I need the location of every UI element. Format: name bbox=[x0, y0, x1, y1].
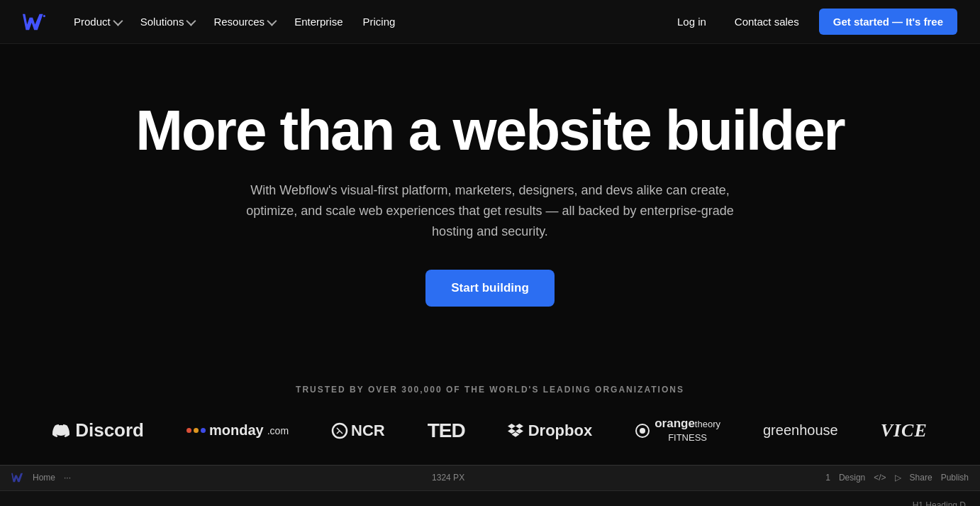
chevron-down-icon bbox=[186, 16, 196, 26]
logos-row: PH Discord monday.com bbox=[28, 417, 952, 443]
editor-design-mode[interactable]: Design bbox=[839, 473, 865, 483]
login-link[interactable]: Log in bbox=[669, 10, 715, 33]
svg-point-2 bbox=[640, 428, 645, 434]
contact-sales-link[interactable]: Contact sales bbox=[726, 10, 808, 33]
editor-heading-label: H1 Heading D bbox=[913, 500, 966, 506]
nav-links: Product Solutions Resources Enterprise P… bbox=[65, 10, 669, 33]
start-building-button[interactable]: Start building bbox=[425, 270, 555, 307]
nav-item-resources[interactable]: Resources bbox=[205, 10, 283, 33]
trusted-section: TRUSTED BY OVER 300,000 OF THE WORLD'S L… bbox=[0, 349, 980, 464]
editor-zoom: 1 bbox=[825, 473, 830, 483]
hero-subtitle: With Webflow's visual-first platform, ma… bbox=[242, 180, 738, 241]
logo-dropbox: Dropbox bbox=[486, 422, 613, 440]
logo-discord: Discord bbox=[31, 419, 165, 441]
nav-item-enterprise[interactable]: Enterprise bbox=[286, 10, 351, 33]
monday-dots-icon bbox=[186, 428, 206, 433]
nav-item-solutions[interactable]: Solutions bbox=[132, 10, 203, 33]
nav-item-pricing[interactable]: Pricing bbox=[355, 10, 404, 33]
logo-ncr: NCR bbox=[310, 422, 406, 440]
hero-section: More than a website builder With Webflow… bbox=[0, 44, 980, 349]
navbar: Product Solutions Resources Enterprise P… bbox=[0, 0, 980, 44]
webflow-logo[interactable] bbox=[23, 13, 45, 31]
editor-code-button[interactable]: </> bbox=[874, 473, 886, 483]
get-started-button[interactable]: Get started — It's free bbox=[819, 9, 957, 35]
logo-greenhouse: greenhouse bbox=[742, 422, 859, 439]
discord-icon bbox=[52, 424, 69, 437]
hero-title: More than a website builder bbox=[135, 101, 845, 160]
logo-vice: VICE bbox=[859, 420, 949, 441]
editor-publish-button[interactable]: Publish bbox=[941, 473, 969, 483]
editor-more-menu[interactable]: ··· bbox=[64, 473, 71, 483]
editor-bottom-bar: H1 Heading D bbox=[0, 490, 980, 506]
editor-toolbar: Home ··· 1324 PX 1 Design </> ▷ Share Pu… bbox=[0, 465, 980, 490]
webflow-logo-icon bbox=[23, 13, 45, 31]
trusted-label: TRUSTED BY OVER 300,000 OF THE WORLD'S L… bbox=[28, 385, 952, 395]
dropbox-icon bbox=[508, 424, 523, 438]
logo-ted: TED bbox=[406, 419, 486, 442]
editor-home-tab[interactable]: Home bbox=[33, 473, 55, 483]
editor-webflow-logo bbox=[11, 473, 24, 483]
ncr-circle-icon bbox=[331, 422, 348, 439]
chevron-down-icon bbox=[267, 16, 277, 26]
editor-preview-button[interactable]: ▷ bbox=[895, 473, 901, 483]
chevron-down-icon bbox=[113, 16, 123, 26]
logo-monday: monday.com bbox=[165, 422, 310, 439]
editor-width: 1324 PX bbox=[432, 473, 464, 483]
nav-item-product[interactable]: Product bbox=[65, 10, 129, 33]
logo-partial-right: PH bbox=[949, 422, 952, 440]
nav-right: Log in Contact sales Get started — It's … bbox=[669, 9, 957, 35]
orangetheory-icon bbox=[635, 423, 650, 439]
logo-orangetheory: orangetheoryFITNESS bbox=[613, 417, 742, 443]
editor-share-button[interactable]: Share bbox=[910, 473, 932, 483]
